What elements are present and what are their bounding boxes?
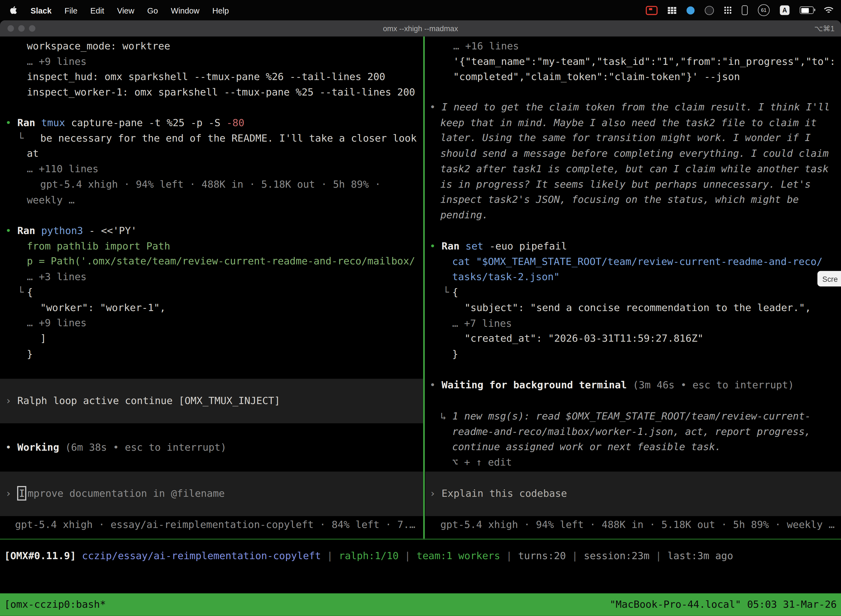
collapsed-lines: … +9 lines xyxy=(0,54,423,70)
battery-icon[interactable] xyxy=(800,6,814,14)
code-line: from pathlib import Path xyxy=(0,238,423,254)
mailbox-note: ↳ 1 new msg(s): read $OMX_TEAM_STATE_ROO… xyxy=(425,409,841,470)
run-bullet-icon: • xyxy=(5,117,17,128)
output-line: workspace_mode: worktree xyxy=(0,39,423,54)
command-arg-highlight: -80 xyxy=(227,117,245,128)
menu-help[interactable]: Help xyxy=(212,6,229,15)
menu-edit[interactable]: Edit xyxy=(90,6,104,15)
elbow-icon: └ xyxy=(18,132,24,144)
menu-view[interactable]: View xyxy=(117,6,134,15)
ran-set-block: • Ran set -euo pipefail cat "$OMX_TEAM_S… xyxy=(425,239,841,362)
menu-window[interactable]: Window xyxy=(171,6,199,15)
thinking-text: task2 after task1 is complete, but can I… xyxy=(425,161,841,177)
output-line: inspect_worker-1: omx sparkshell --tmux-… xyxy=(0,85,423,100)
command-name: tmux xyxy=(41,117,71,128)
omx-session: session:23m xyxy=(584,550,649,561)
ran-tmux-block: • Ran tmux capture-pane -t %25 -p -S -80… xyxy=(0,115,423,208)
prompt-text: › Explain this codebase xyxy=(425,486,841,502)
json-line: "worker": "worker-1", xyxy=(0,300,423,316)
output-line: '{"team_name":"my-team","task_id":"1","f… xyxy=(425,54,841,70)
working-label: Working xyxy=(18,441,65,453)
omx-ralph: ralph:1/10 xyxy=(339,550,399,561)
collapsed-lines: … +110 lines xyxy=(0,161,423,177)
text-cursor: I xyxy=(18,486,26,500)
waiting-detail: (3m 46s • esc to interrupt) xyxy=(633,379,794,390)
omx-project: cczip/essay/ai-reimplementation-copyleft xyxy=(82,550,321,561)
prompt-improve-docs[interactable]: › Improve documentation in @filename xyxy=(0,472,423,516)
chevron-icon: › xyxy=(429,488,441,499)
prompt-explain-codebase[interactable]: › Explain this codebase xyxy=(425,472,841,516)
thinking-text: later. Using the same for transition mig… xyxy=(425,131,841,146)
menubar-menus: Slack File Edit View Go Window Help xyxy=(0,5,229,16)
model-usage-line: weekly … xyxy=(0,192,423,208)
ran-label: Ran xyxy=(441,241,466,252)
ran-tmux-command: • Ran tmux capture-pane -t %25 -p -S -80 xyxy=(0,115,423,131)
notification-popup[interactable]: Scre xyxy=(818,271,841,286)
command-name: set xyxy=(466,241,489,252)
json-line: "created_at": "2026-03-31T11:59:27.816Z" xyxy=(425,331,841,347)
thinking-text: keep that in mind. Maybe I also need the… xyxy=(425,115,841,131)
grid-icon[interactable] xyxy=(668,7,676,13)
ran-label: Ran xyxy=(18,224,41,236)
prompt-text: › Improve documentation in @filename xyxy=(0,486,423,502)
dark-app-icon[interactable] xyxy=(705,6,714,15)
ran-set-command: • Ran set -euo pipefail xyxy=(425,239,841,254)
model-usage-line: gpt-5.4 xhigh · 94% left · 488K in · 5.1… xyxy=(0,177,423,192)
json-line: ] xyxy=(0,331,423,346)
thinking-text: pending. xyxy=(425,208,841,223)
menu-go[interactable]: Go xyxy=(147,6,158,15)
model-status-left: gpt-5.4 xhigh · essay/ai-reimplementatio… xyxy=(0,517,423,532)
model-status-right: gpt-5.4 xhigh · 94% left · 488K in · 5.1… xyxy=(425,517,841,532)
omx-team: team:1 workers xyxy=(417,550,500,561)
ran-python-block: • Ran python3 - <<'PY' from pathlib impo… xyxy=(0,223,423,362)
pane-divider[interactable] xyxy=(423,37,425,540)
tmux-host-clock: "MacBook-Pro-44.local" 05:03 31-Mar-26 xyxy=(610,593,837,616)
output-line: └be necessary for the end of the README.… xyxy=(0,131,423,146)
screen: Slack File Edit View Go Window Help 61 A xyxy=(0,0,841,616)
inject-banner[interactable]: › Ralph loop active continue [OMX_TMUX_I… xyxy=(0,378,423,423)
working-detail: (6m 38s • esc to interrupt) xyxy=(65,441,227,453)
battery-percent-icon[interactable]: 61 xyxy=(758,4,770,16)
window-title: omx --xhigh --madmax xyxy=(0,21,841,37)
device-icon[interactable] xyxy=(742,5,747,15)
output-line: "completed","claim_token":"claim-token"}… xyxy=(425,70,841,85)
chevron-icon: › xyxy=(5,488,17,499)
waiting-label: Waiting for background terminal xyxy=(441,379,633,390)
status-bullet-icon: • xyxy=(429,379,441,390)
command-args: capture-pane -t %25 -p -S xyxy=(71,117,227,128)
elbow-icon: └ xyxy=(18,286,24,298)
command-args: - <<'PY' xyxy=(89,224,137,236)
command-args: -euo pipefail xyxy=(489,241,567,252)
dots-grid-icon[interactable] xyxy=(724,6,731,14)
collapsed-lines: … +7 lines xyxy=(425,316,841,331)
wifi-icon[interactable] xyxy=(824,6,834,14)
omx-last: last:3m ago xyxy=(667,550,733,561)
blue-app-icon[interactable] xyxy=(687,6,694,14)
thinking-bullet-icon: • xyxy=(429,101,441,113)
return-arrow-icon: ↳ xyxy=(440,411,452,422)
thinking-block: • I need to get the claim token from the… xyxy=(425,100,841,223)
tmux-status-bar: [omx-cczip0:bash* "MacBook-Pro-44.local"… xyxy=(0,593,841,616)
run-bullet-icon: • xyxy=(5,224,17,236)
collapsed-lines: … +3 lines xyxy=(0,269,423,285)
input-source-icon[interactable]: A xyxy=(780,5,790,15)
edit-hint: ⌥ + ↑ edit xyxy=(425,455,841,471)
screen-recording-icon[interactable] xyxy=(646,6,658,15)
output-line: └{ xyxy=(425,285,841,300)
code-line: p = Path('.omx/state/team/review-current… xyxy=(0,254,423,269)
ran-python-command: • Ran python3 - <<'PY' xyxy=(0,223,423,239)
code-line: tasks/task-2.json" xyxy=(425,270,841,285)
apple-menu-icon[interactable] xyxy=(10,5,18,16)
elbow-icon: └ xyxy=(443,286,449,298)
window-titlebar[interactable]: omx --xhigh --madmax ⌥⌘1 xyxy=(0,21,841,37)
menu-file[interactable]: File xyxy=(64,6,78,15)
left-output-head: workspace_mode: worktree … +9 lines insp… xyxy=(0,39,423,100)
waiting-status: • Waiting for background terminal (3m 46… xyxy=(425,378,841,393)
thinking-text: inspect task2's JSON, focusing on the st… xyxy=(425,192,841,208)
mailbox-note-text: readme-and-reco/mailbox/worker-1.json, a… xyxy=(425,424,841,440)
omx-status-bar: [OMX#0.11.9] cczip/essay/ai-reimplementa… xyxy=(0,549,841,564)
menu-app-name[interactable]: Slack xyxy=(31,6,51,15)
json-line: "subject": "send a concise recommendatio… xyxy=(425,300,841,316)
collapsed-lines: … +9 lines xyxy=(0,315,423,331)
json-line: } xyxy=(0,346,423,362)
